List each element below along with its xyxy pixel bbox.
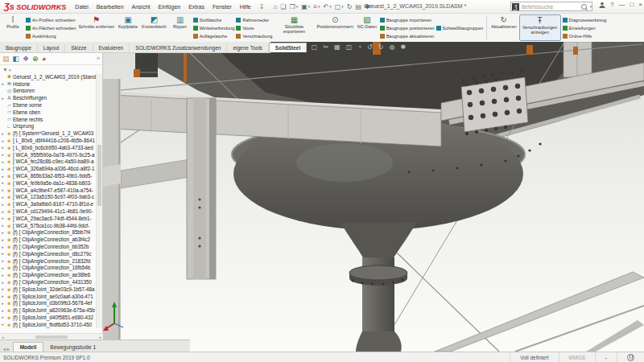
ribbon-schwei-baugruppen[interactable]: Schweißbaugruppen — [436, 24, 483, 31]
tab-baugruppe[interactable]: Baugruppe — [0, 43, 38, 52]
expand-arrow-icon[interactable]: ▸ — [0, 251, 6, 256]
tree-item[interactable]: ▸■[ WCA_cd129494-41c1-4b81-9e90- — [0, 208, 97, 215]
menu-einf-gen[interactable]: Einfügen — [155, 4, 185, 10]
ribbon-baugruppe-positionieren[interactable]: Baugruppe positionieren — [380, 24, 435, 31]
tree-item[interactable]: ▸■(f) [ SpliceJoint_d40f5851-e680-432 — [0, 314, 97, 321]
tab-eigene-tools[interactable]: eigene Tools — [227, 43, 268, 52]
search-caret-icon[interactable]: ▾ — [589, 4, 592, 9]
help-button[interactable]: ? — [610, 1, 613, 8]
tree-item[interactable]: ▸■(f) [ ClipAngleConnection_ae38fe6 — [0, 271, 97, 278]
tree-item[interactable]: ▸■(f) [ ClipAngleConnection_ab3f4c2 — [0, 236, 97, 243]
scrollbar-thumb[interactable] — [35, 335, 68, 339]
status-units[interactable]: MMGS — [559, 352, 595, 362]
search-icon[interactable] — [581, 4, 587, 10]
expand-arrow-icon[interactable]: ▸ — [0, 308, 6, 313]
ribbon-nc-daten[interactable]: ▧NC-Daten — [356, 14, 378, 41]
expand-arrow-icon[interactable]: ▸ — [0, 167, 6, 171]
expand-arrow-icon[interactable]: ▸ — [0, 258, 6, 263]
quick-rebuild[interactable]: ↻ — [347, 3, 353, 10]
tree-item[interactable]: ▸■(f) [ System^Geruest_1_2_WCA#03 — [0, 130, 97, 137]
ribbon-winkelverbindung[interactable]: Winkelverbindung — [193, 24, 235, 31]
expand-arrow-icon[interactable]: ▸ — [0, 294, 6, 298]
featuremanager-tab[interactable]: ▤ — [2, 53, 10, 64]
quick-home[interactable]: ⌂ — [273, 3, 277, 10]
edit-appearance-icon[interactable]: ◍ — [389, 43, 394, 52]
ribbon-baugruppe-importieren[interactable]: Baugruppe importieren — [380, 16, 435, 23]
expand-arrow-icon[interactable]: ▸ — [0, 81, 6, 86]
view-settings-icon[interactable]: ✱ — [400, 43, 406, 52]
ribbon-rahmenecke[interactable]: Rahmenecke — [236, 16, 272, 23]
expand-arrow-icon[interactable]: ▸ — [0, 237, 6, 242]
tree-item[interactable]: ▸■(f) [ ClipAngleConnection_4431350 — [0, 278, 97, 286]
ribbon-profile[interactable]: IProfile — [2, 14, 24, 41]
quick-undo[interactable]: ↶▾ — [323, 3, 331, 10]
expand-arrow-icon[interactable]: ▸ — [0, 152, 6, 157]
quick-open-document[interactable]: ❒▾ — [289, 3, 298, 10]
tree-item[interactable]: ▸■[ WCA_3a9afbb0-8167-4710-8f1d-e — [0, 200, 97, 208]
tree-item[interactable]: ▸■[ WCA_575ca1cc-9b38-44fd-9dcf- — [0, 222, 97, 229]
menu-hilfe[interactable]: Hilfe — [236, 4, 255, 10]
ribbon-verschraubung[interactable]: Verschraubung — [236, 32, 272, 39]
ribbon-einstellungen[interactable]: Einstellungen — [563, 24, 607, 31]
quick-print[interactable]: ≡▾ — [313, 3, 320, 10]
ribbon-ausklinkung[interactable]: Ausklinkung — [26, 32, 76, 39]
tree-item[interactable]: ▸ABeschriftungen — [0, 94, 97, 101]
configurationmanager-tab[interactable]: ❖ — [23, 53, 29, 64]
ribbon-an-fl-chen-schneiden[interactable]: An Flächen schneiden — [26, 24, 76, 31]
ribbon-rippen[interactable]: ▥Rippen — [169, 14, 192, 41]
rotate-view-icon[interactable]: ↺ — [367, 43, 373, 52]
ribbon-sto-lasche[interactable]: Stoßlasche — [193, 16, 235, 23]
tree-item[interactable]: ▸■(f) [ SpliceJoint_d3b09fb3-5678-4ef — [0, 300, 97, 307]
tree-item[interactable]: ▸■(f) [ SpliceJoint_ae0c0aaf-a30d-471 — [0, 293, 97, 300]
tree-item[interactable]: ▸■(f) [ SpliceJoint_a820963e-675a-45b — [0, 306, 97, 314]
ribbon-online-hilfe[interactable]: Online-Hilfe — [563, 32, 607, 39]
menu-extras[interactable]: Extras — [184, 4, 208, 10]
tree-header-expand-icon[interactable]: » — [97, 53, 100, 64]
close-button[interactable]: × — [638, 1, 642, 8]
maximize-button[interactable]: □ — [630, 1, 634, 8]
propertymanager-tab[interactable]: ◧ — [13, 53, 20, 64]
expand-arrow-icon[interactable]: ▸ — [0, 174, 6, 179]
ribbon-aktualisieren[interactable]: ↻Aktualisieren — [490, 14, 518, 41]
ribbon-diagnosewerkzeug[interactable]: Diagnosewerkzeug — [563, 16, 607, 23]
tree-item[interactable]: ▸■(f) [ ClipAngleConnection_bb352b — [0, 243, 97, 250]
dimxpertmanager-tab[interactable]: ⊕ — [32, 53, 39, 64]
ribbon-knotenblech[interactable]: ◩Knotenblech — [141, 14, 167, 41]
tree-item[interactable]: ▸■[ L_80x6_d6f44416-c206-4b5b-8641 — [0, 137, 97, 144]
minimize-button[interactable]: — — [618, 1, 625, 8]
tree-item[interactable]: ▱Ebene rechts — [0, 116, 97, 123]
tab-solidworks-zusatzanwendungen[interactable]: SOLIDWORKS Zusatzanwendungen — [130, 43, 227, 52]
quick-file-properties[interactable]: ▤ — [355, 3, 361, 10]
expand-arrow-icon[interactable]: ▸ — [0, 187, 6, 192]
expand-arrow-icon[interactable]: ▸ — [0, 286, 6, 291]
expand-arrow-icon[interactable]: ▸ — [0, 322, 6, 327]
ribbon-auflagelasche[interactable]: Auflagelasche — [193, 32, 235, 39]
zoom-fit-icon[interactable]: ⌂ — [302, 43, 306, 52]
quick-select[interactable]: ▢▾ — [335, 3, 344, 10]
expand-arrow-icon[interactable]: ▸ — [0, 145, 6, 150]
tab-layout[interactable]: Layout — [38, 43, 66, 52]
expand-arrow-icon[interactable]: ▸ — [0, 315, 6, 319]
tree-item[interactable]: ▸■(f) [ ClipAngleConnection_85bb7f4 — [0, 229, 97, 237]
tab-evaluieren[interactable]: Evaluieren — [93, 43, 130, 52]
command-search[interactable]: Ʒ Befehlssuche ▾ — [510, 2, 592, 11]
ribbon-voute[interactable]: Voute — [236, 24, 272, 31]
ribbon-st-ckliste-exportieren[interactable]: ▦Stückliste exportieren — [274, 14, 314, 41]
ribbon-positionsnummern[interactable]: ⊙Positionsnummern — [316, 14, 354, 41]
expand-arrow-icon[interactable]: ▸ — [0, 202, 6, 207]
menu-fenster[interactable]: Fenster — [208, 4, 236, 10]
expand-arrow-icon[interactable]: ▸ — [0, 209, 6, 214]
expand-arrow-icon[interactable]: ▸ — [0, 195, 6, 200]
menu-ansicht[interactable]: Ansicht — [128, 4, 155, 10]
tree-item[interactable]: ▸■(f) [ ClipAngleConnection_16fb54b — [0, 265, 97, 272]
tree-item[interactable]: ▸■(f) [ SpliceJoint_32de03c9-1b57-48a — [0, 286, 97, 293]
graphics-area[interactable] — [103, 42, 644, 352]
scrollbar-thumb[interactable] — [97, 145, 101, 206]
user-icon[interactable] — [599, 2, 605, 8]
expand-arrow-icon[interactable]: ▸ — [0, 245, 6, 249]
tree-item[interactable]: ▸■[ WCA_865b33a2-6f53-49b1-9dd5- — [0, 172, 97, 179]
bottom-tab-bewegungsstudie-1[interactable]: Bewegungsstudie 1 — [43, 343, 102, 352]
section-view-icon[interactable]: ✂ — [323, 43, 328, 52]
tree-item[interactable]: ▸■[ WCA_955f590a-0a78-4970-9c25-a — [0, 151, 97, 158]
expand-arrow-icon[interactable]: ▸ — [0, 159, 6, 164]
